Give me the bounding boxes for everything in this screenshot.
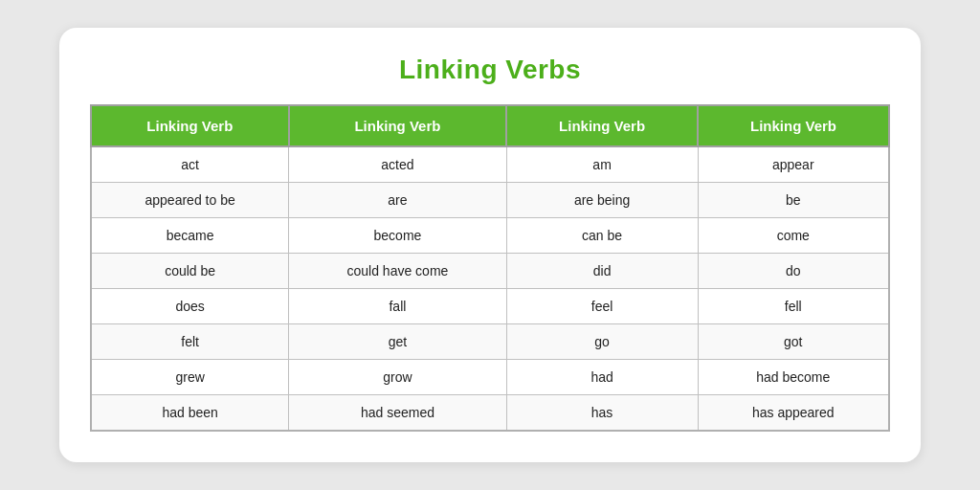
table-row: becamebecomecan become	[91, 218, 889, 254]
table-cell-4-0: does	[91, 289, 289, 324]
table-cell-1-2: are being	[506, 183, 698, 218]
table-row: had beenhad seemedhashas appeared	[91, 395, 889, 432]
table-cell-4-3: fell	[698, 289, 889, 324]
table-cell-4-2: feel	[506, 289, 698, 324]
table-cell-7-0: had been	[91, 395, 289, 432]
table-cell-3-2: did	[506, 254, 698, 289]
main-card: Linking Verbs Linking VerbLinking VerbLi…	[59, 28, 921, 462]
table-cell-4-1: fall	[289, 289, 506, 324]
page-title: Linking Verbs	[90, 55, 890, 85]
table-row: actactedamappear	[91, 146, 889, 183]
table-cell-1-3: be	[698, 183, 889, 218]
table-cell-1-1: are	[289, 183, 506, 218]
table-cell-5-3: got	[698, 324, 889, 360]
table-cell-6-0: grew	[91, 360, 289, 395]
table-row: feltgetgogot	[91, 324, 889, 360]
table-row: appeared to beareare beingbe	[91, 183, 889, 218]
table-cell-6-1: grow	[289, 360, 506, 395]
table-cell-2-2: can be	[506, 218, 698, 254]
table-cell-5-1: get	[289, 324, 506, 360]
table-cell-6-3: had become	[698, 360, 889, 395]
table-row: doesfallfeelfell	[91, 289, 889, 324]
linking-verbs-table: Linking VerbLinking VerbLinking VerbLink…	[90, 104, 890, 432]
table-header-col-3: Linking Verb	[698, 105, 889, 146]
table-cell-7-1: had seemed	[289, 395, 506, 432]
table-cell-5-2: go	[506, 324, 698, 360]
table-cell-0-2: am	[506, 146, 698, 183]
table-body: actactedamappearappeared to beareare bei…	[91, 146, 889, 431]
table-cell-0-3: appear	[698, 146, 889, 183]
table-cell-6-2: had	[506, 360, 698, 395]
table-cell-2-0: became	[91, 218, 289, 254]
table-cell-3-1: could have come	[289, 254, 506, 289]
table-cell-2-1: become	[289, 218, 506, 254]
table-row: could becould have comediddo	[91, 254, 889, 289]
table-cell-3-3: do	[698, 254, 889, 289]
table-header-col-2: Linking Verb	[506, 105, 698, 146]
table-row: grewgrowhadhad become	[91, 360, 889, 395]
table-cell-5-0: felt	[91, 324, 289, 360]
table-cell-1-0: appeared to be	[91, 183, 289, 218]
table-header-row: Linking VerbLinking VerbLinking VerbLink…	[91, 105, 889, 146]
table-cell-7-3: has appeared	[698, 395, 889, 432]
table-cell-7-2: has	[506, 395, 698, 432]
table-cell-2-3: come	[698, 218, 889, 254]
table-header-col-0: Linking Verb	[91, 105, 289, 146]
table-cell-3-0: could be	[91, 254, 289, 289]
table-cell-0-1: acted	[289, 146, 506, 183]
table-header-col-1: Linking Verb	[289, 105, 506, 146]
table-cell-0-0: act	[91, 146, 289, 183]
